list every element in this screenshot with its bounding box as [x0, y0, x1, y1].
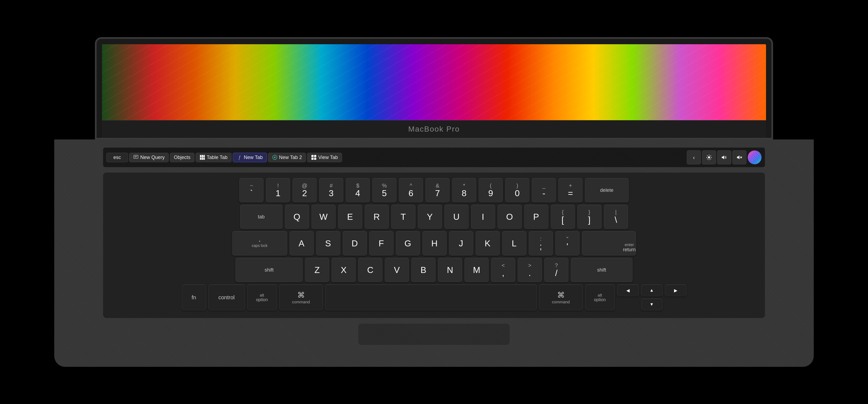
arrow-down-icon: ▼: [650, 302, 654, 307]
screen-bezel: MacBook Pro: [95, 37, 773, 139]
macbook-label: MacBook Pro: [102, 120, 766, 138]
key-arrow-right[interactable]: ▶: [665, 284, 686, 296]
key-2[interactable]: @ 2: [292, 178, 317, 203]
keyboard-body: esc New Query Objects: [54, 139, 814, 367]
touchbar-system-group: ‹: [687, 150, 762, 164]
svg-line-12: [707, 159, 708, 159]
key-arrow-down[interactable]: ▼: [641, 299, 663, 310]
key-3[interactable]: # 3: [319, 178, 343, 203]
view-tab-label: View Tab: [318, 155, 338, 160]
key-control[interactable]: control: [208, 284, 245, 310]
key-period[interactable]: > .: [518, 258, 542, 282]
svg-marker-14: [722, 155, 724, 159]
key-e[interactable]: E: [338, 205, 362, 229]
esc-label: esc: [113, 155, 121, 160]
key-y[interactable]: Y: [418, 205, 442, 229]
key-tab[interactable]: tab: [240, 205, 283, 229]
key-c[interactable]: C: [358, 258, 382, 282]
key-a[interactable]: A: [289, 231, 314, 256]
key-arrow-left[interactable]: ◀: [617, 284, 639, 296]
key-command-left[interactable]: ⌘ command: [279, 284, 323, 310]
key-o[interactable]: O: [497, 205, 522, 229]
touchbar-objects[interactable]: Objects: [170, 153, 194, 162]
key-shift-right[interactable]: shift: [571, 258, 632, 282]
key-b[interactable]: B: [411, 258, 436, 282]
touchbar-chevron-left[interactable]: ‹: [687, 150, 701, 164]
arrow-cluster: ◀ ▲ ▼ ▶: [617, 284, 686, 310]
key-shift-left[interactable]: shift: [236, 258, 303, 282]
key-v[interactable]: V: [384, 258, 409, 282]
key-i[interactable]: I: [471, 205, 495, 229]
svg-marker-15: [737, 155, 739, 159]
touchbar-table-tab[interactable]: Table Tab: [195, 153, 231, 162]
key-semicolon[interactable]: : ;: [529, 231, 553, 256]
key-t[interactable]: T: [391, 205, 415, 229]
screen-display: [102, 44, 766, 120]
key-command-right[interactable]: ⌘ command: [539, 284, 583, 310]
key-enter[interactable]: enter return: [582, 231, 636, 256]
table-tab-label: Table Tab: [207, 155, 227, 160]
key-j[interactable]: J: [449, 231, 473, 256]
key-w[interactable]: W: [311, 205, 336, 229]
key-g[interactable]: G: [396, 231, 420, 256]
key-f[interactable]: F: [369, 231, 394, 256]
touchbar-new-tab2[interactable]: New Tab 2: [268, 153, 306, 162]
key-5[interactable]: % 5: [372, 178, 397, 203]
key-rbracket[interactable]: } ]: [577, 205, 601, 229]
new-tab2-label: New Tab 2: [279, 155, 302, 160]
key-n[interactable]: N: [438, 258, 462, 282]
key-option-left[interactable]: alt option: [247, 284, 277, 310]
key-q[interactable]: Q: [285, 205, 309, 229]
key-lbracket[interactable]: { [: [551, 205, 575, 229]
key-delete[interactable]: delete: [585, 178, 629, 203]
key-s[interactable]: S: [316, 231, 340, 256]
key-4[interactable]: $ 4: [346, 178, 370, 203]
key-comma[interactable]: < ,: [491, 258, 516, 282]
key-r[interactable]: R: [365, 205, 389, 229]
touchbar-new-query[interactable]: New Query: [129, 153, 169, 162]
key-fn[interactable]: fn: [182, 284, 206, 310]
key-arrow-up[interactable]: ▲: [641, 284, 663, 296]
key-quote[interactable]: " ': [555, 231, 580, 256]
touchbar: esc New Query Objects: [103, 148, 765, 167]
trackpad[interactable]: [358, 323, 510, 345]
key-space[interactable]: [325, 284, 537, 310]
key-9[interactable]: ( 9: [478, 178, 503, 203]
macbook-wrapper: MacBook Pro esc New Query Objects: [54, 37, 814, 367]
key-m[interactable]: M: [464, 258, 489, 282]
key-slash[interactable]: ? /: [544, 258, 568, 282]
key-u[interactable]: U: [444, 205, 469, 229]
key-x[interactable]: X: [332, 258, 356, 282]
key-backslash[interactable]: | \: [604, 205, 628, 229]
key-0[interactable]: ) 0: [505, 178, 529, 203]
key-z[interactable]: Z: [305, 258, 329, 282]
key-7[interactable]: & 7: [425, 178, 450, 203]
key-minus[interactable]: _ -: [532, 178, 556, 203]
new-tab2-icon: [272, 155, 278, 160]
key-k[interactable]: K: [475, 231, 500, 256]
touchbar-esc[interactable]: esc: [106, 153, 128, 162]
svg-line-13: [710, 155, 711, 156]
qwerty-row: tab Q W E R T Y U I O P { [ } ]: [108, 205, 760, 229]
key-equals[interactable]: + =: [558, 178, 583, 203]
touchbar-brightness[interactable]: [702, 150, 716, 164]
arrow-right-icon: ▶: [674, 288, 677, 293]
key-h[interactable]: H: [422, 231, 447, 256]
key-1[interactable]: ! 1: [266, 178, 290, 203]
key-6[interactable]: ^ 6: [399, 178, 423, 203]
key-8[interactable]: * 8: [452, 178, 476, 203]
touchbar-new-tab[interactable]: ƒ New Tab: [233, 153, 267, 162]
touchbar-volume-mute[interactable]: [733, 150, 746, 164]
key-d[interactable]: D: [343, 231, 367, 256]
number-row: ~ ` ! 1 @ 2 # 3 $ 4: [108, 178, 760, 203]
touchbar-view-tab[interactable]: View Tab: [307, 153, 342, 162]
key-capslock[interactable]: • caps lock: [232, 231, 287, 256]
modifier-row: fn control alt option ⌘ command ⌘ comman…: [108, 284, 760, 310]
key-backtick[interactable]: ~ `: [239, 178, 264, 203]
key-option-right[interactable]: alt option: [585, 284, 615, 310]
touchbar-siri[interactable]: [748, 150, 762, 164]
svg-point-5: [708, 156, 710, 158]
key-l[interactable]: L: [502, 231, 527, 256]
touchbar-volume-up[interactable]: [717, 150, 731, 164]
key-p[interactable]: P: [524, 205, 549, 229]
